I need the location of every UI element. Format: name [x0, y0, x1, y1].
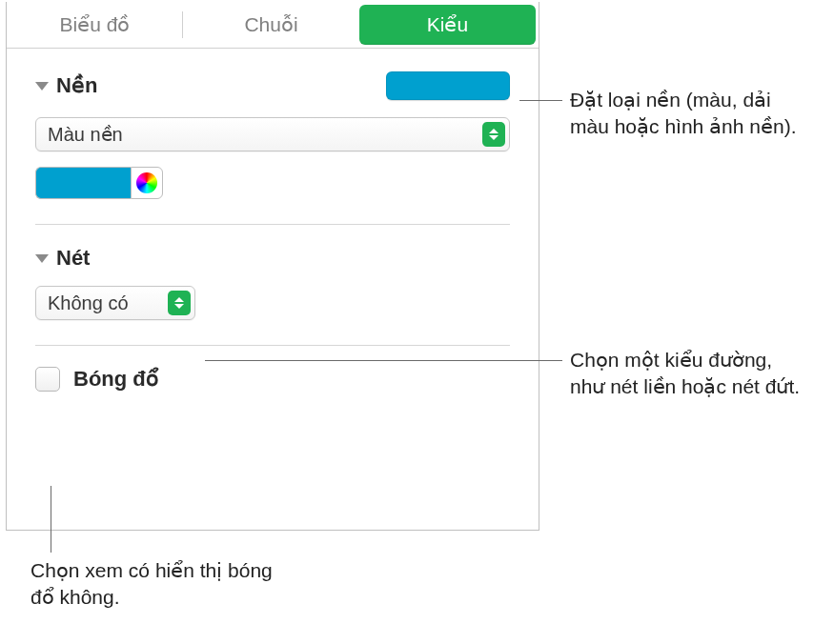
shadow-row: Bóng đổ	[35, 367, 510, 392]
shadow-label: Bóng đổ	[73, 367, 158, 392]
background-section-header: Nền	[35, 71, 510, 100]
disclosure-triangle-icon	[35, 82, 49, 91]
color-wheel-button[interactable]	[131, 167, 163, 199]
callout-shadow: Chọn xem có hiển thị bóng đổ không.	[31, 557, 278, 612]
inspector-panel: Biểu đồ Chuỗi Kiểu Nền Màu nền	[6, 2, 539, 531]
tab-series-label: Chuỗi	[244, 13, 297, 36]
background-color-swatch[interactable]	[35, 167, 131, 199]
leader-line	[519, 100, 562, 101]
background-header-label: Nền	[56, 73, 97, 98]
callout-shadow-text: Chọn xem có hiển thị bóng đổ không.	[31, 559, 273, 608]
callout-background-text: Đặt loại nền (màu, dải màu hoặc hình ảnh…	[570, 89, 796, 137]
stroke-header-label: Nét	[56, 246, 90, 271]
divider	[35, 224, 510, 225]
leader-line	[51, 486, 51, 553]
background-fill-value: Màu nền	[48, 123, 123, 146]
disclosure-triangle-icon	[35, 254, 49, 263]
tab-chart[interactable]: Biểu đồ	[7, 2, 183, 48]
callout-stroke: Chọn một kiểu đường, như nét liền hoặc n…	[570, 347, 804, 401]
tab-series[interactable]: Chuỗi	[183, 2, 359, 48]
background-color-well[interactable]	[386, 71, 510, 100]
background-fill-popup[interactable]: Màu nền	[35, 117, 510, 151]
tabs-row: Biểu đồ Chuỗi Kiểu	[7, 2, 539, 49]
leader-line	[205, 360, 562, 361]
color-wheel-icon	[136, 172, 157, 193]
tab-style[interactable]: Kiểu	[359, 5, 536, 45]
callout-background: Đặt loại nền (màu, dải màu hoặc hình ảnh…	[570, 87, 804, 141]
tab-style-label: Kiểu	[427, 13, 468, 36]
tab-chart-label: Biểu đồ	[60, 13, 131, 36]
background-color-row	[35, 167, 510, 199]
background-disclosure[interactable]: Nền	[35, 73, 97, 98]
popup-stepper-icon	[482, 122, 505, 147]
stroke-style-value: Không có	[48, 292, 129, 314]
divider	[35, 345, 510, 346]
panel-body: Nền Màu nền Nét Không có	[7, 49, 539, 392]
popup-stepper-icon	[168, 291, 191, 315]
callout-stroke-text: Chọn một kiểu đường, như nét liền hoặc n…	[570, 349, 800, 397]
stroke-style-popup[interactable]: Không có	[35, 286, 195, 320]
stroke-disclosure[interactable]: Nét	[35, 246, 510, 271]
shadow-checkbox[interactable]	[35, 367, 60, 392]
